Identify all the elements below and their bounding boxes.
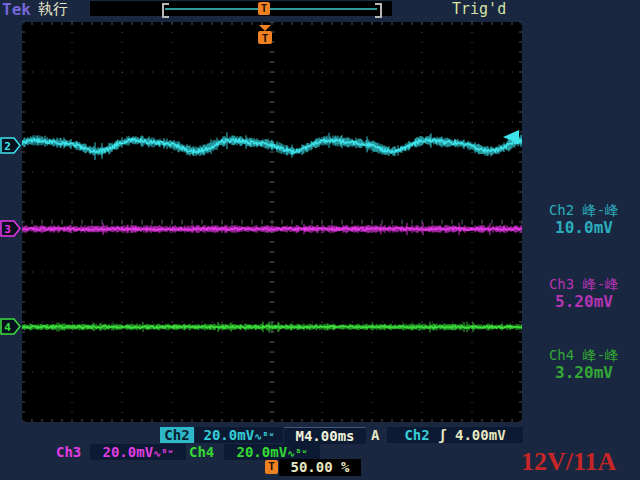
measurement-value: 10.0mV bbox=[528, 219, 640, 236]
svg-text:2: 2 bbox=[4, 140, 11, 153]
ch3-label: Ch3 bbox=[56, 444, 81, 460]
trigger-source: Ch2 bbox=[404, 427, 429, 443]
watermark-label: 12V/11A bbox=[521, 447, 640, 477]
tek-logo: Tek bbox=[2, 0, 31, 19]
measurement-label: Ch4 峰-峰 bbox=[528, 347, 640, 364]
svg-text:4: 4 bbox=[4, 321, 11, 334]
measurement-ch4-pkpk: Ch4 峰-峰 3.20mV bbox=[528, 347, 640, 381]
ch4-coupling-icon: ∿ᴮʷ bbox=[287, 448, 307, 459]
acquisition-status: 執行 bbox=[38, 0, 68, 19]
trigger-level: 4.00mV bbox=[455, 427, 506, 443]
ch4-label: Ch4 bbox=[189, 444, 214, 460]
timebase-readout: M4.00ms bbox=[284, 427, 366, 444]
trigger-slope-icon: ʃ bbox=[438, 427, 446, 443]
ch2-selected-badge: Ch2 bbox=[160, 427, 194, 443]
graticule: T bbox=[22, 22, 522, 422]
measurement-value: 3.20mV bbox=[528, 364, 640, 381]
acquisition-window-line bbox=[165, 8, 377, 10]
trigger-status: Trig'd bbox=[452, 0, 506, 18]
channel-marker-icon: 3 bbox=[0, 220, 22, 237]
ch3-coupling-icon: ∿ᴮʷ bbox=[153, 448, 173, 459]
ch2-scale-value: 20.0mV bbox=[204, 427, 255, 443]
acquisition-bracket-right-icon bbox=[375, 3, 382, 18]
trigger-position-bar-icon: T bbox=[258, 2, 270, 15]
measurement-value: 5.20mV bbox=[528, 293, 640, 310]
ch4-scale-value: 20.0mV bbox=[237, 444, 288, 460]
svg-text:3: 3 bbox=[4, 223, 11, 236]
ch3-scale-value: 20.0mV bbox=[103, 444, 154, 460]
trigger-position-readout: 50.00 % bbox=[279, 459, 361, 476]
acquisition-bracket-left-icon bbox=[162, 3, 169, 18]
ch3-scale-readout: 20.0mV∿ᴮʷ bbox=[90, 444, 186, 460]
channel-2-position-marker: 2 bbox=[0, 137, 22, 154]
acquisition-preview-bar: T bbox=[90, 1, 392, 16]
trigger-readout: Ch2 ʃ 4.00mV bbox=[387, 427, 523, 443]
trigger-mode-label: A bbox=[371, 427, 379, 443]
ch2-scale-readout: 20.0mV∿ᴮʷ bbox=[195, 427, 283, 443]
measurement-label: Ch3 峰-峰 bbox=[528, 276, 640, 293]
measurement-label: Ch2 峰-峰 bbox=[528, 202, 640, 219]
waveform-display: T bbox=[22, 22, 522, 422]
channel-marker-icon: 4 bbox=[0, 318, 22, 335]
channel-marker-icon: 2 bbox=[0, 137, 22, 154]
measurement-ch3-pkpk: Ch3 峰-峰 5.20mV bbox=[528, 276, 640, 310]
measurement-ch2-pkpk: Ch2 峰-峰 10.0mV bbox=[528, 202, 640, 236]
ch4-scale-readout: 20.0mV∿ᴮʷ bbox=[224, 444, 320, 460]
trigger-position-marker-label: T bbox=[262, 32, 269, 45]
trigger-position-icon: T bbox=[265, 460, 278, 474]
oscilloscope-screen: Tek 執行 T Trig'd T 234 Ch2 峰-峰 10.0mV Ch3… bbox=[0, 0, 640, 480]
ch2-coupling-icon: ∿ᴮʷ bbox=[254, 431, 274, 442]
channel-3-position-marker: 3 bbox=[0, 220, 22, 237]
channel-4-position-marker: 4 bbox=[0, 318, 22, 335]
